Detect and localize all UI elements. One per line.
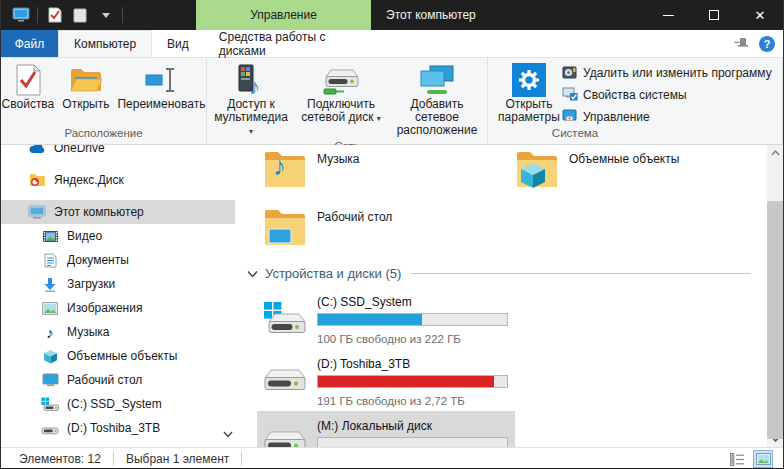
map-network-drive-button[interactable]: Подключить сетевой диск ▾ [295,60,387,127]
qat-properties-button[interactable] [44,5,64,25]
this-pc-window-icon [11,5,31,25]
items-count: Элементов: 12 [19,452,101,466]
scroll-up-icon[interactable] [767,145,783,161]
drive-free-space: 191 ГБ свободно из 2,72 ТБ [317,395,465,407]
sidebar-item-drive-c[interactable]: (C:) SSD_System [1,392,235,416]
sidebar-item-music[interactable]: ♪ Музыка [1,320,235,344]
drive-d-icon [263,352,309,405]
settings-gear-icon [512,62,546,98]
qat-customize-chevron-icon[interactable] [96,5,116,25]
section-divider [411,273,751,274]
devices-and-drives-section[interactable]: Устройства и диски (5) [247,266,767,281]
add-network-location-button[interactable]: Добавить сетевое расположение [387,60,487,139]
pictures-icon [41,302,59,315]
drive-name: (D:) Toshiba_3TB [317,357,410,371]
properties-button[interactable]: Свойства [0,60,58,113]
this-pc-icon [28,205,46,220]
thumbnail-view-button[interactable] [753,450,773,468]
tab-file[interactable]: Файл [1,30,58,57]
group-label-location: Расположение [1,127,206,144]
ribbon-group-system: Открыть параметры Удалить или изменить п… [488,58,783,144]
sidebar-item-videos[interactable]: Видео [1,224,235,248]
pin-ribbon-icon[interactable] [734,36,749,52]
open-settings-button[interactable]: Открыть параметры [496,60,562,126]
scrollbar-thumb[interactable] [767,201,783,439]
explorer-window: Управление Этот компьютер Файл Компьютер… [0,0,784,469]
system-properties-button[interactable]: Свойства системы [562,86,687,104]
folder-desktop-icon [263,205,307,247]
folder-music-icon [263,147,307,189]
drive-name: (M:) Локальный диск [317,419,432,433]
properties-icon [14,62,42,98]
onedrive-icon [28,145,46,154]
drive-tile-c[interactable]: (C:) SSD_System 100 ГБ свободно из 222 Г… [257,287,515,343]
folder-tile-desktop[interactable]: Рабочий стол [263,205,515,255]
sidebar-item-this-pc[interactable]: Этот компьютер [1,200,235,224]
desktop-icon [41,373,59,387]
tab-disk-tools[interactable]: Средства работы с дисками [204,30,380,57]
yandex-disk-icon [28,173,46,187]
drive-tile-d[interactable]: (D:) Toshiba_3TB 191 ГБ свободно из 2,72… [257,349,515,405]
drive-icon [41,421,59,435]
maximize-button[interactable] [691,0,737,30]
status-separator [113,452,114,466]
status-bar: Элементов: 12 Выбран 1 элемент [1,447,783,469]
drive-name: (C:) SSD_System [317,295,412,309]
sidebar-item-documents[interactable]: Документы [1,248,235,272]
section-title: Устройства и диски (5) [265,266,401,281]
downloads-icon [41,277,59,292]
sidebar-scroll-down-icon[interactable] [223,427,233,441]
scrollbar-track[interactable] [767,161,783,431]
media-access-button[interactable]: ♪ Доступ к мультимедиа ▾ [207,60,295,140]
network-location-icon [418,62,456,98]
music-note-glyph [273,151,286,182]
qat-new-folder-button[interactable] [70,5,90,25]
media-server-icon: ♪ [234,62,268,98]
drive-tile-m-selected[interactable]: (M:) Локальный диск 247 МБ свободно из 2… [257,411,515,447]
vertical-scrollbar[interactable] [767,145,783,447]
collapse-chevron-icon[interactable] [247,270,258,278]
sidebar-item-downloads[interactable]: Загрузки [1,272,235,296]
file-list-pane: Музыка Объемные объекты Рабочий стол [235,145,767,447]
sidebar-item-desktop[interactable]: Рабочий стол [1,368,235,392]
3d-objects-icon [41,349,59,364]
ribbon: Свойства Открыть Переименовать Расположе… [1,57,783,145]
svg-text:♪: ♪ [249,74,260,97]
navigation-pane: OneDrive Яндекс.Диск Этот компьютер Виде… [1,145,235,447]
contextual-tab-manage[interactable]: Управление [196,0,371,30]
quick-access-toolbar [1,5,123,25]
sidebar-item-onedrive[interactable]: OneDrive [1,145,235,160]
manage-icon [562,108,578,127]
ribbon-group-location: Свойства Открыть Переименовать Расположе… [1,58,207,144]
manage-button[interactable]: Управление [562,108,650,126]
sidebar-item-3d-objects[interactable]: Объемные объекты [1,344,235,368]
ribbon-group-network: ♪ Доступ к мультимедиа ▾ Подключить сете… [207,58,488,144]
sidebar-item-yandex-disk[interactable]: Яндекс.Диск [1,168,235,192]
selection-count: Выбран 1 элемент [126,452,229,466]
music-icon: ♪ [41,325,59,340]
uninstall-program-button[interactable]: Удалить или изменить программу [562,64,772,82]
minimize-button[interactable] [645,0,691,30]
system-properties-icon [562,86,578,105]
drive-capacity-bar [317,437,508,447]
drive-capacity-bar [317,313,508,326]
tab-computer[interactable]: Компьютер [58,30,152,57]
rename-button[interactable]: Переименовать [113,60,209,113]
drive-m-icon [263,414,309,447]
videos-icon [41,230,59,243]
folder-tile-3d-objects[interactable]: Объемные объекты [515,147,767,197]
folder-tile-music[interactable]: Музыка [263,147,515,197]
tab-view[interactable]: Вид [152,30,204,57]
window-title: Этот компьютер [386,0,476,30]
open-button[interactable]: Открыть [58,60,113,113]
help-icon[interactable] [759,36,775,52]
sidebar-item-pictures[interactable]: Изображения [1,296,235,320]
qat-separator [122,7,123,23]
sidebar-item-drive-d[interactable]: (D:) Toshiba_3TB [1,416,235,440]
status-separator [241,452,242,466]
drive-c-icon [263,290,309,343]
folder-3d-icon [515,147,559,189]
dropdown-chevron-icon: ▾ [377,114,381,123]
close-button[interactable] [737,0,783,30]
details-view-button[interactable] [727,450,747,468]
